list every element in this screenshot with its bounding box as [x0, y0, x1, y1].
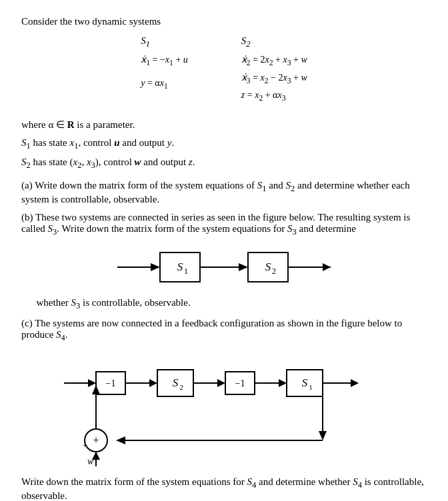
svg-text:−1: −1 — [235, 378, 245, 388]
system-s2: S2 ẋ2 = 2x2 + x3 + w ẋ3 = x2 − 2x3 + w z… — [241, 35, 307, 105]
svg-text:+: + — [83, 440, 87, 450]
series-diagram: S 1 S 2 — [111, 244, 337, 290]
svg-marker-31 — [319, 431, 327, 440]
s2-title: S2 — [241, 35, 251, 49]
svg-text:S: S — [265, 260, 271, 273]
part-a: (a) Write down the matrix form of the sy… — [21, 180, 427, 205]
part-a-label: (a) — [21, 180, 35, 191]
svg-marker-17 — [149, 379, 157, 387]
part-b-label: (b) — [21, 212, 35, 223]
svg-text:1: 1 — [309, 383, 313, 391]
svg-text:1: 1 — [184, 266, 188, 276]
system-s1: S1 ẋ1 = −x1 + u y = αx1 — [141, 35, 188, 105]
svg-text:−1: −1 — [106, 378, 116, 388]
svg-text:S: S — [177, 260, 183, 273]
part-b-continuation: whether S3 is controllable, observable. — [21, 297, 427, 311]
svg-marker-35 — [116, 436, 125, 444]
s1-eq2: y = αx1 — [141, 75, 168, 93]
svg-marker-6 — [239, 263, 248, 271]
part-b: (b) These two systems are connected in s… — [21, 212, 427, 237]
s2-eq3: z = x2 + αx3 — [241, 87, 286, 105]
svg-text:S: S — [173, 376, 179, 389]
parameters-text: where α ∈ R is a parameter. S1 has state… — [21, 116, 427, 173]
s1-title: S1 — [141, 35, 150, 49]
svg-marker-26 — [279, 379, 287, 387]
svg-text:+: + — [93, 434, 99, 446]
feedback-diagram: −1 S 2 −1 S 1 + + w — [57, 350, 391, 470]
part-c-continuation: Write down the matrix form of the system… — [21, 476, 427, 501]
svg-marker-11 — [323, 263, 331, 271]
svg-marker-22 — [217, 379, 225, 387]
param-line3: S2 has state (x2, x3), control w and out… — [21, 153, 427, 173]
intro-text: Consider the two dynamic systems — [21, 16, 427, 27]
s1-eq1: ẋ1 = −x1 + u — [141, 52, 188, 70]
svg-text:2: 2 — [272, 266, 276, 276]
s2-eq2: ẋ3 = x2 − 2x3 + w — [241, 70, 307, 88]
part-b-text: These two systems are connected in serie… — [21, 212, 410, 234]
param-line2: S1 has state x1, control u and output y. — [21, 134, 427, 154]
part-c: (c) The systems are now connected in a f… — [21, 318, 427, 343]
s2-eq1: ẋ2 = 2x2 + x3 + w — [241, 52, 307, 70]
svg-marker-33 — [351, 379, 359, 387]
svg-marker-1 — [151, 263, 160, 271]
svg-text:S: S — [302, 376, 308, 389]
svg-text:w: w — [87, 456, 94, 466]
param-line1: where α ∈ R is a parameter. — [21, 116, 427, 134]
systems-equations: S1 ẋ1 = −x1 + u y = αx1 S2 ẋ2 = 2x2 + x3… — [21, 35, 427, 105]
svg-text:2: 2 — [179, 383, 183, 391]
part-c-label: (c) — [21, 318, 35, 328]
svg-marker-13 — [88, 379, 96, 387]
part-c-text: The systems are now connected in a feedb… — [21, 318, 402, 340]
part-a-text: Write down the matrix form of the system… — [21, 180, 410, 205]
